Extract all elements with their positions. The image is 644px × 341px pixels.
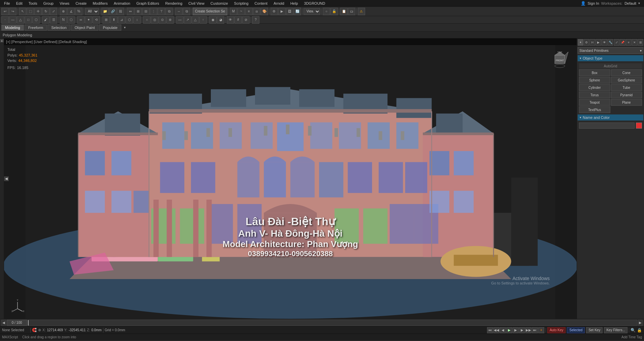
- prev-frame-btn[interactable]: ◀: [500, 327, 506, 333]
- workspace-default[interactable]: Default: [624, 1, 636, 5]
- sign-in-label[interactable]: Sign In: [588, 1, 599, 5]
- rp-tab-utilities[interactable]: 🔧: [608, 39, 613, 46]
- edge-btn[interactable]: —: [9, 16, 17, 24]
- selection-filter-dropdown[interactable]: All: [85, 8, 99, 15]
- workspace-dropdown-icon[interactable]: ▾: [638, 1, 640, 5]
- select-btn[interactable]: ↖: [19, 8, 26, 15]
- plane-btn[interactable]: Plane: [611, 99, 642, 106]
- angle-snap-btn[interactable]: ∡: [67, 8, 75, 15]
- timeline-expand-right[interactable]: ▶: [638, 320, 643, 326]
- ring-select-btn[interactable]: ◎: [151, 16, 158, 24]
- array-btn[interactable]: ⊞: [134, 8, 142, 15]
- color-clipboard-btn[interactable]: 🎨: [261, 8, 268, 15]
- dot-loop-btn[interactable]: ⊙: [159, 16, 166, 24]
- rp-tab-hierarchy[interactable]: H: [589, 39, 595, 46]
- object-type-section-header[interactable]: ▾ Object Type: [578, 55, 643, 61]
- constraint-none-btn[interactable]: —: [176, 16, 184, 24]
- mode-extra-icon[interactable]: ▾: [124, 26, 126, 29]
- teapot-btn[interactable]: Teapot: [579, 99, 610, 106]
- rp-tab-display[interactable]: 👁: [602, 39, 607, 46]
- face-btn[interactable]: △: [17, 16, 24, 24]
- move-btn[interactable]: ✛: [34, 8, 42, 15]
- menu-help[interactable]: Help: [288, 1, 301, 6]
- view-cube[interactable]: TOP FRONT: [550, 48, 570, 69]
- mode-object-paint[interactable]: Object Paint: [71, 25, 99, 31]
- percent-snap-btn[interactable]: %: [75, 8, 83, 15]
- swift-loop-btn[interactable]: ∞: [77, 16, 85, 24]
- extrude-btn[interactable]: ⬆: [110, 16, 118, 24]
- name-color-section-header[interactable]: ▾ Name and Color: [578, 114, 643, 121]
- name-input[interactable]: [579, 123, 635, 129]
- viewport-nav-left[interactable]: ◀: [4, 176, 9, 181]
- loop-select-btn[interactable]: ○: [143, 16, 151, 24]
- spacing-btn[interactable]: ↔: [175, 8, 183, 15]
- prev-key-btn[interactable]: ◀◀: [493, 327, 500, 333]
- menu-views[interactable]: Views: [57, 1, 72, 6]
- menu-graph-editors[interactable]: Graph Editors: [134, 1, 162, 6]
- mirror-btn[interactable]: ⇔: [127, 8, 134, 15]
- use-nurms-btn[interactable]: N: [60, 16, 67, 24]
- torus-btn[interactable]: Torus: [579, 92, 610, 98]
- rp-close-btn[interactable]: ✕: [632, 39, 638, 46]
- paint-deform-btn[interactable]: 🖌: [42, 16, 50, 24]
- rp-pin-btn[interactable]: 📌: [620, 39, 625, 46]
- select-by-num-btn[interactable]: #: [234, 16, 242, 24]
- goto-start-btn[interactable]: ⏮: [487, 327, 493, 333]
- normal-align-btn[interactable]: ⊤: [158, 8, 165, 15]
- schematic-view-btn[interactable]: ⧈: [253, 8, 260, 15]
- color-swatch[interactable]: [636, 123, 642, 129]
- rp-tab-motion[interactable]: ▶: [595, 39, 601, 46]
- bridge-btn[interactable]: ⊞: [102, 16, 110, 24]
- geosphere-btn[interactable]: GeoSphere: [611, 77, 642, 83]
- rp-tab-create[interactable]: +: [578, 39, 583, 46]
- scene-explorer-btn[interactable]: 🗂: [348, 8, 355, 15]
- play-selected-btn[interactable]: ▶: [513, 327, 519, 333]
- cylinder-btn[interactable]: Cylinder: [579, 84, 610, 91]
- link-btn[interactable]: 🔗: [109, 8, 117, 15]
- rp-resize-btn[interactable]: ⤢: [614, 39, 619, 46]
- rp-collapse-btn[interactable]: ≡: [626, 39, 632, 46]
- lock2-icon[interactable]: 🔒: [637, 328, 642, 333]
- menu-civil-view[interactable]: Civil View: [186, 1, 207, 6]
- set-key-btn[interactable]: Set Key: [586, 327, 603, 333]
- left-sidebar-toggle[interactable]: ▸: [0, 39, 4, 42]
- pyramid-btn[interactable]: Pyramid: [611, 92, 642, 98]
- align-btn[interactable]: ⊟: [142, 8, 150, 15]
- border-btn[interactable]: □: [25, 16, 32, 24]
- vertex-btn[interactable]: ·: [1, 16, 9, 24]
- snap-btn[interactable]: ⊕: [60, 8, 67, 15]
- timeline-expand-left[interactable]: ◀: [1, 320, 6, 326]
- frame-counter[interactable]: 0 / 100: [7, 320, 27, 326]
- dope-sheet-btn[interactable]: ≡: [245, 8, 253, 15]
- clone-btn[interactable]: ⧉: [183, 8, 190, 15]
- paint-connect-btn[interactable]: ✦: [85, 16, 92, 24]
- mode-modeling[interactable]: Modeling: [1, 25, 24, 31]
- goto-end-btn[interactable]: ⏭: [532, 327, 538, 333]
- inset-btn[interactable]: ⬡: [126, 16, 133, 24]
- create-set-btn[interactable]: 📁: [101, 8, 109, 15]
- snap-icon[interactable]: 🧲: [32, 328, 37, 332]
- mode-populate[interactable]: Populate: [99, 25, 121, 31]
- tube-btn[interactable]: Tube: [611, 84, 642, 91]
- redo-btn[interactable]: ↪: [9, 8, 17, 15]
- show-cage-btn[interactable]: ⬡: [67, 16, 75, 24]
- snap2-icon[interactable]: ⊕: [38, 328, 41, 332]
- element-btn[interactable]: ⬡: [32, 16, 40, 24]
- next-frame-btn[interactable]: ▶: [519, 327, 525, 333]
- menu-animation[interactable]: Animation: [111, 1, 133, 6]
- sphere-btn[interactable]: Sphere: [579, 77, 610, 83]
- rotate-btn[interactable]: ↻: [42, 8, 50, 15]
- menu-edit[interactable]: Edit: [13, 1, 25, 6]
- constraint-face-btn[interactable]: △: [192, 16, 199, 24]
- render-iter-btn[interactable]: 🔄: [294, 8, 301, 15]
- quick-align-btn[interactable]: ⋮: [150, 8, 157, 15]
- view-dropdown[interactable]: View: [303, 8, 320, 15]
- create-selection-set-btn[interactable]: Create Selection Se: [193, 8, 227, 15]
- render-prod-btn[interactable]: 🖼: [286, 8, 293, 15]
- undo-btn[interactable]: ↩: [1, 8, 9, 15]
- material-editor-btn[interactable]: M: [230, 8, 237, 15]
- menu-create[interactable]: Create: [73, 1, 89, 6]
- menu-3dground[interactable]: 3DGROUND: [301, 1, 328, 6]
- rp-tab-modify[interactable]: ⚙: [584, 39, 589, 46]
- search-icon[interactable]: 🔍: [631, 328, 636, 333]
